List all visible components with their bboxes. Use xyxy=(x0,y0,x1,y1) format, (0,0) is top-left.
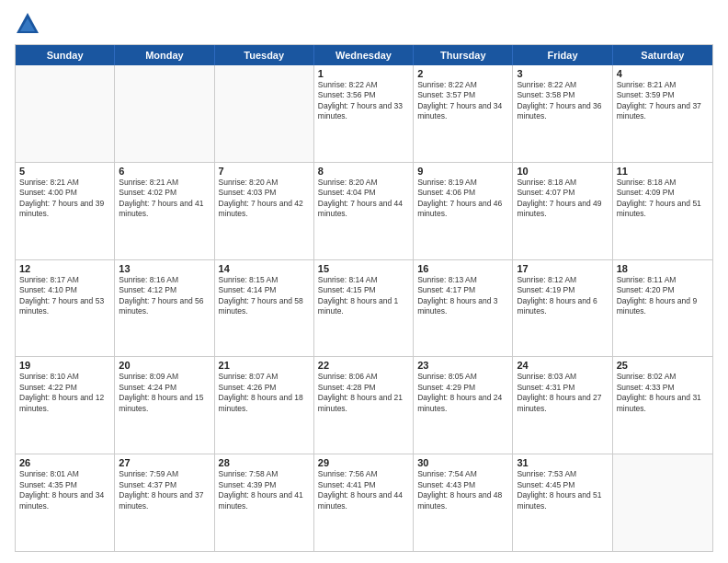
cell-info: Sunrise: 8:05 AM Sunset: 4:29 PM Dayligh… xyxy=(417,372,508,414)
calendar-day-26: 26Sunrise: 8:01 AM Sunset: 4:35 PM Dayli… xyxy=(16,454,115,551)
day-number: 14 xyxy=(219,263,310,274)
day-number: 29 xyxy=(318,457,409,468)
day-number: 11 xyxy=(617,166,709,177)
calendar-day-31: 31Sunrise: 7:53 AM Sunset: 4:45 PM Dayli… xyxy=(513,454,612,551)
cell-info: Sunrise: 8:22 AM Sunset: 3:58 PM Dayligh… xyxy=(517,80,608,122)
calendar-empty-cell xyxy=(16,65,115,162)
calendar-day-4: 4Sunrise: 8:21 AM Sunset: 3:59 PM Daylig… xyxy=(613,65,712,162)
day-number: 20 xyxy=(119,360,210,371)
cell-info: Sunrise: 8:18 AM Sunset: 4:09 PM Dayligh… xyxy=(617,178,709,220)
cell-info: Sunrise: 8:18 AM Sunset: 4:07 PM Dayligh… xyxy=(517,178,608,220)
calendar-day-21: 21Sunrise: 8:07 AM Sunset: 4:26 PM Dayli… xyxy=(215,357,314,454)
calendar-week-2: 5Sunrise: 8:21 AM Sunset: 4:00 PM Daylig… xyxy=(16,163,712,260)
cell-info: Sunrise: 8:21 AM Sunset: 4:00 PM Dayligh… xyxy=(19,178,110,220)
calendar-day-9: 9Sunrise: 8:19 AM Sunset: 4:06 PM Daylig… xyxy=(414,163,513,259)
day-number: 22 xyxy=(318,360,409,371)
calendar-day-28: 28Sunrise: 7:58 AM Sunset: 4:39 PM Dayli… xyxy=(215,454,314,551)
calendar-day-17: 17Sunrise: 8:12 AM Sunset: 4:19 PM Dayli… xyxy=(513,260,612,357)
day-number: 15 xyxy=(318,263,409,274)
logo-icon xyxy=(15,11,40,37)
calendar: SundayMondayTuesdayWednesdayThursdayFrid… xyxy=(15,44,713,552)
day-number: 19 xyxy=(19,360,110,371)
calendar-week-5: 26Sunrise: 8:01 AM Sunset: 4:35 PM Dayli… xyxy=(16,454,712,551)
day-number: 25 xyxy=(617,360,709,371)
cell-info: Sunrise: 8:20 AM Sunset: 4:04 PM Dayligh… xyxy=(318,178,409,220)
day-number: 2 xyxy=(417,68,508,79)
calendar-body: 1Sunrise: 8:22 AM Sunset: 3:56 PM Daylig… xyxy=(16,65,712,551)
calendar-day-14: 14Sunrise: 8:15 AM Sunset: 4:14 PM Dayli… xyxy=(215,260,314,357)
cell-info: Sunrise: 8:21 AM Sunset: 4:02 PM Dayligh… xyxy=(119,178,210,220)
calendar-empty-cell xyxy=(115,65,214,162)
calendar-day-20: 20Sunrise: 8:09 AM Sunset: 4:24 PM Dayli… xyxy=(115,357,214,454)
day-number: 12 xyxy=(19,263,110,274)
calendar-day-25: 25Sunrise: 8:02 AM Sunset: 4:33 PM Dayli… xyxy=(613,357,712,454)
calendar-day-27: 27Sunrise: 7:59 AM Sunset: 4:37 PM Dayli… xyxy=(115,454,214,551)
cell-info: Sunrise: 8:10 AM Sunset: 4:22 PM Dayligh… xyxy=(19,372,110,414)
calendar-day-5: 5Sunrise: 8:21 AM Sunset: 4:00 PM Daylig… xyxy=(16,163,115,259)
day-number: 8 xyxy=(318,166,409,177)
cell-info: Sunrise: 8:11 AM Sunset: 4:20 PM Dayligh… xyxy=(617,275,709,317)
cell-info: Sunrise: 8:19 AM Sunset: 4:06 PM Dayligh… xyxy=(417,178,508,220)
calendar-empty-cell xyxy=(613,454,712,551)
calendar-day-24: 24Sunrise: 8:03 AM Sunset: 4:31 PM Dayli… xyxy=(513,357,612,454)
calendar-day-23: 23Sunrise: 8:05 AM Sunset: 4:29 PM Dayli… xyxy=(414,357,513,454)
day-number: 24 xyxy=(517,360,608,371)
calendar-day-19: 19Sunrise: 8:10 AM Sunset: 4:22 PM Dayli… xyxy=(16,357,115,454)
calendar-day-18: 18Sunrise: 8:11 AM Sunset: 4:20 PM Dayli… xyxy=(613,260,712,357)
calendar-day-29: 29Sunrise: 7:56 AM Sunset: 4:41 PM Dayli… xyxy=(314,454,414,551)
day-number: 10 xyxy=(517,166,608,177)
calendar-day-8: 8Sunrise: 8:20 AM Sunset: 4:04 PM Daylig… xyxy=(314,163,414,259)
header-day-wednesday: Wednesday xyxy=(314,45,414,65)
day-number: 28 xyxy=(219,457,310,468)
day-number: 21 xyxy=(219,360,310,371)
cell-info: Sunrise: 8:21 AM Sunset: 3:59 PM Dayligh… xyxy=(617,80,709,122)
header-day-thursday: Thursday xyxy=(414,45,513,65)
cell-info: Sunrise: 7:54 AM Sunset: 4:43 PM Dayligh… xyxy=(417,469,508,511)
day-number: 30 xyxy=(417,457,508,468)
day-number: 17 xyxy=(517,263,608,274)
calendar-day-22: 22Sunrise: 8:06 AM Sunset: 4:28 PM Dayli… xyxy=(314,357,414,454)
cell-info: Sunrise: 8:06 AM Sunset: 4:28 PM Dayligh… xyxy=(318,372,409,414)
logo xyxy=(15,11,44,37)
day-number: 23 xyxy=(417,360,508,371)
cell-info: Sunrise: 8:15 AM Sunset: 4:14 PM Dayligh… xyxy=(219,275,310,317)
page-header xyxy=(15,11,713,37)
calendar-empty-cell xyxy=(215,65,314,162)
day-number: 1 xyxy=(318,68,409,79)
day-number: 16 xyxy=(417,263,508,274)
header-day-saturday: Saturday xyxy=(613,45,712,65)
cell-info: Sunrise: 7:59 AM Sunset: 4:37 PM Dayligh… xyxy=(119,469,210,511)
cell-info: Sunrise: 8:01 AM Sunset: 4:35 PM Dayligh… xyxy=(19,469,110,511)
cell-info: Sunrise: 8:03 AM Sunset: 4:31 PM Dayligh… xyxy=(517,372,608,414)
cell-info: Sunrise: 8:07 AM Sunset: 4:26 PM Dayligh… xyxy=(219,372,310,414)
header-day-monday: Monday xyxy=(115,45,214,65)
cell-info: Sunrise: 8:09 AM Sunset: 4:24 PM Dayligh… xyxy=(119,372,210,414)
cell-info: Sunrise: 7:58 AM Sunset: 4:39 PM Dayligh… xyxy=(219,469,310,511)
cell-info: Sunrise: 8:02 AM Sunset: 4:33 PM Dayligh… xyxy=(617,372,709,414)
cell-info: Sunrise: 7:53 AM Sunset: 4:45 PM Dayligh… xyxy=(517,469,608,511)
day-number: 6 xyxy=(119,166,210,177)
header-day-tuesday: Tuesday xyxy=(215,45,314,65)
calendar-day-11: 11Sunrise: 8:18 AM Sunset: 4:09 PM Dayli… xyxy=(613,163,712,259)
calendar-day-10: 10Sunrise: 8:18 AM Sunset: 4:07 PM Dayli… xyxy=(513,163,612,259)
calendar-header: SundayMondayTuesdayWednesdayThursdayFrid… xyxy=(16,45,712,65)
calendar-day-13: 13Sunrise: 8:16 AM Sunset: 4:12 PM Dayli… xyxy=(115,260,214,357)
header-day-friday: Friday xyxy=(513,45,612,65)
cell-info: Sunrise: 8:22 AM Sunset: 3:57 PM Dayligh… xyxy=(417,80,508,122)
cell-info: Sunrise: 8:13 AM Sunset: 4:17 PM Dayligh… xyxy=(417,275,508,317)
cell-info: Sunrise: 7:56 AM Sunset: 4:41 PM Dayligh… xyxy=(318,469,409,511)
calendar-day-2: 2Sunrise: 8:22 AM Sunset: 3:57 PM Daylig… xyxy=(414,65,513,162)
calendar-day-16: 16Sunrise: 8:13 AM Sunset: 4:17 PM Dayli… xyxy=(414,260,513,357)
cell-info: Sunrise: 8:16 AM Sunset: 4:12 PM Dayligh… xyxy=(119,275,210,317)
day-number: 26 xyxy=(19,457,110,468)
cell-info: Sunrise: 8:22 AM Sunset: 3:56 PM Dayligh… xyxy=(318,80,409,122)
day-number: 31 xyxy=(517,457,608,468)
day-number: 4 xyxy=(617,68,709,79)
cell-info: Sunrise: 8:17 AM Sunset: 4:10 PM Dayligh… xyxy=(19,275,110,317)
cell-info: Sunrise: 8:14 AM Sunset: 4:15 PM Dayligh… xyxy=(318,275,409,317)
day-number: 13 xyxy=(119,263,210,274)
cell-info: Sunrise: 8:20 AM Sunset: 4:03 PM Dayligh… xyxy=(219,178,310,220)
day-number: 7 xyxy=(219,166,310,177)
calendar-day-12: 12Sunrise: 8:17 AM Sunset: 4:10 PM Dayli… xyxy=(16,260,115,357)
calendar-week-3: 12Sunrise: 8:17 AM Sunset: 4:10 PM Dayli… xyxy=(16,260,712,358)
